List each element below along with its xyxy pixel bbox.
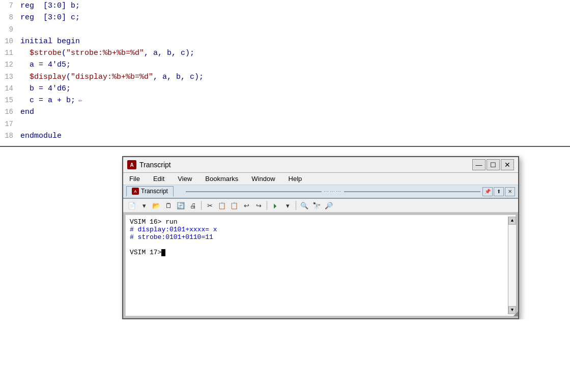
code-token: (	[62, 49, 66, 57]
line-number: 14	[0, 83, 13, 95]
code-token: begin	[57, 37, 80, 46]
code-token: end	[20, 108, 34, 116]
toolbar-find-button[interactable]: 🔍	[299, 200, 310, 211]
toolbar-dropdown-button[interactable]: ▾	[138, 200, 150, 211]
toolbar-run-button[interactable]: ⏵	[270, 200, 281, 211]
toolbar-redo-button[interactable]: ↪	[253, 200, 264, 211]
toolbar-open-button[interactable]: 📂	[151, 200, 162, 211]
toolbar-run-dropdown-button[interactable]: ▾	[282, 200, 293, 211]
line-content: initial begin	[20, 36, 80, 47]
scrollbar-vertical[interactable]: ▲▼	[508, 217, 516, 314]
line-number: 16	[0, 107, 13, 118]
code-token: [3:0] c;	[34, 13, 80, 22]
code-token: initial	[20, 37, 52, 46]
toolbar-undo-button[interactable]: ↩	[241, 200, 252, 211]
toolbar-separator-2	[267, 201, 267, 210]
transcript-line: VSIM 16> run	[130, 218, 505, 226]
menu-bookmarks[interactable]: Bookmarks	[203, 174, 240, 184]
line-content: endmodule	[20, 130, 62, 142]
code-line: 12 a = 4'd5;	[0, 59, 570, 71]
toolbar-copy-button[interactable]: 📋	[216, 200, 227, 211]
line-content: end	[20, 106, 34, 118]
line-content: $display("display:%b+%b=%d", a, b, c);	[20, 71, 204, 83]
scrollbar-up-arrow[interactable]: ▲	[508, 217, 516, 225]
toolbar-paste-button[interactable]: 📋	[229, 200, 240, 211]
scrollbar-down-arrow[interactable]: ▼	[508, 306, 516, 314]
code-token: a = 4'd5;	[20, 61, 71, 69]
minimize-button[interactable]: —	[472, 159, 486, 170]
tab-pin-button[interactable]: 📌	[482, 187, 493, 196]
toolbar-binoculars-button[interactable]: 🔭	[311, 200, 322, 211]
toolbar-save-button[interactable]: 🗒	[163, 200, 174, 211]
line-content	[20, 24, 25, 36]
code-token: reg	[20, 13, 34, 22]
line-number: 17	[0, 119, 13, 130]
code-token: , a, b, c);	[144, 49, 194, 57]
scrollbar-track[interactable]	[508, 225, 516, 306]
tab-label-text: Transcript	[141, 188, 168, 195]
tab-close-button[interactable]: ✕	[505, 187, 515, 196]
close-button[interactable]: ✕	[501, 159, 514, 170]
code-line: 15 c = a + b;✏	[0, 95, 570, 106]
code-line: 16end	[0, 106, 570, 118]
code-line: 17	[0, 118, 570, 130]
menu-view[interactable]: View	[176, 174, 194, 184]
line-number: 12	[0, 59, 13, 71]
line-number: 18	[0, 131, 13, 142]
code-token: endmodule	[20, 132, 62, 140]
code-token: "display:%b+%b=%d"	[71, 73, 153, 81]
code-token: $display	[30, 73, 66, 81]
transcript-line: # display:0101+xxxx= x	[130, 226, 505, 233]
code-line: 8reg [3:0] c;	[0, 12, 570, 23]
tab-separator	[186, 191, 322, 192]
transcript-window: A Transcript — ☐ ✕ File Edit View Bookma…	[122, 156, 519, 319]
toolbar-cut-button[interactable]: ✂	[204, 200, 215, 211]
code-line: 7reg [3:0] b;	[0, 0, 570, 12]
code-token	[20, 49, 30, 57]
line-number: 13	[0, 72, 13, 83]
code-token: (	[66, 73, 71, 81]
code-line: 10initial begin	[0, 36, 570, 47]
window-title: Transcript	[139, 161, 471, 169]
code-token: "strobe:%b+%b=%d"	[66, 49, 144, 57]
cursor-blink	[161, 249, 165, 256]
transcript-line: VSIM 17>	[130, 249, 505, 256]
toolbar-separator-1	[201, 201, 202, 210]
toolbar-separator-3	[296, 201, 296, 210]
menu-help[interactable]: Help	[287, 174, 304, 184]
line-content: $strobe("strobe:%b+%b=%d", a, b, c);	[20, 47, 194, 59]
maximize-button[interactable]: ☐	[487, 159, 500, 170]
transcript-line	[130, 241, 505, 249]
code-line: 18endmodule	[0, 130, 570, 142]
code-line: 13 $display("display:%b+%b=%d", a, b, c)…	[0, 71, 570, 83]
line-content: reg [3:0] c;	[20, 12, 80, 23]
line-number: 10	[0, 36, 13, 47]
tab-separator-2	[344, 191, 480, 192]
toolbar-print-button[interactable]: 🖨	[187, 200, 198, 211]
code-token: ✏	[78, 97, 82, 104]
code-token: b = 4'd6;	[20, 84, 71, 93]
code-token: , a, b, c);	[153, 73, 204, 81]
line-number: 7	[0, 1, 13, 12]
tab-float-button[interactable]: ⬆	[494, 187, 504, 196]
menu-file[interactable]: File	[127, 174, 142, 184]
tab-icon: A	[132, 188, 139, 195]
toolbar-refresh-button[interactable]: 🔄	[175, 200, 186, 211]
transcript-content[interactable]: VSIM 16> run# display:0101+xxxx= x# stro…	[125, 215, 516, 316]
line-number: 15	[0, 95, 13, 106]
line-number: 9	[0, 24, 13, 36]
code-token: c = a + b;	[20, 96, 75, 105]
line-content	[20, 118, 25, 130]
toolbar-new-button[interactable]: 📄	[126, 200, 137, 211]
code-line: 11 $strobe("strobe:%b+%b=%d", a, b, c);	[0, 47, 570, 59]
transcript-tab[interactable]: A Transcript	[126, 186, 174, 197]
tab-dots: ⋯⋯⋯	[324, 189, 342, 194]
menu-window[interactable]: Window	[249, 174, 277, 184]
tab-actions: 📌 ⬆ ✕	[482, 187, 515, 196]
line-number: 8	[0, 12, 13, 23]
toolbar-zoom-button[interactable]: 🔎	[323, 200, 334, 211]
code-token: $strobe	[30, 49, 62, 57]
line-content: a = 4'd5;	[20, 59, 71, 71]
code-token: reg	[20, 2, 34, 10]
menu-edit[interactable]: Edit	[151, 174, 166, 184]
